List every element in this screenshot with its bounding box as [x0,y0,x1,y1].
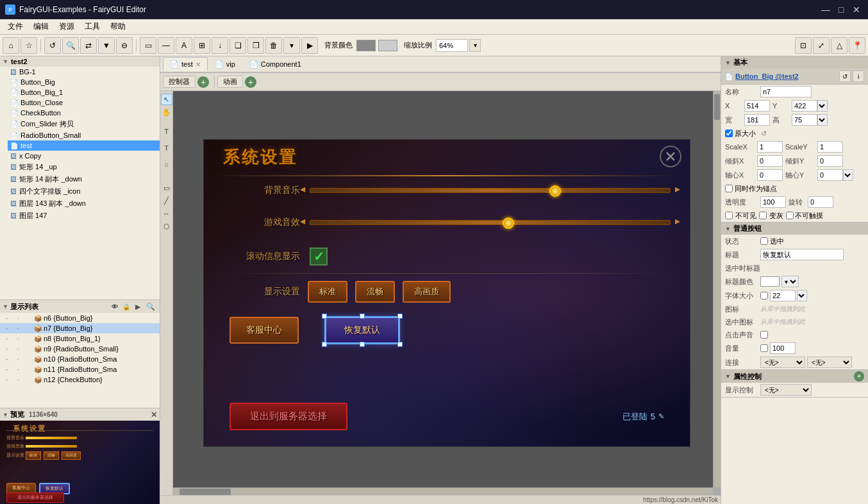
title-color-box[interactable] [760,276,780,287]
layer-n12[interactable]: · · 📦 n12 {CheckButton} [0,374,160,385]
tab-test[interactable]: 📄 test ✕ [163,57,208,71]
menu-help[interactable]: 帮助 [105,20,131,33]
toolbar-filter-btn[interactable]: ▼ [98,37,115,54]
pivot-unit-select[interactable]: ▾ [843,169,853,181]
toolbar-grid-btn[interactable]: ⊞ [194,37,210,54]
close-button[interactable]: ✕ [850,3,863,16]
height-input[interactable] [792,114,817,126]
quality-high-btn[interactable]: 高画质 [403,281,451,303]
toolbar-home-btn[interactable]: ⌂ [3,37,19,54]
select-tool[interactable]: ↖ [161,94,172,105]
tree-item-com-slider[interactable]: 📄 Com_Slider 拷贝 [8,118,160,130]
restore-default-btn[interactable]: 恢复默认 [324,316,400,344]
menu-file[interactable]: 文件 [3,20,28,33]
menu-tools[interactable]: 工具 [79,20,105,33]
dl-eye-btn[interactable]: 👁 [110,301,120,312]
skewy-input[interactable] [817,155,843,167]
y-input[interactable] [792,100,817,112]
sound-checkbox[interactable] [760,331,768,339]
xy-unit-select[interactable]: ▾ [817,100,828,112]
tree-item-xcopy[interactable]: 🖼 x Copy [8,151,160,161]
minimize-button[interactable]: — [819,3,832,16]
text2-tool[interactable]: T [161,142,172,154]
button-title-input[interactable] [760,249,844,260]
quality-smooth-btn[interactable]: 流畅 [355,281,395,303]
pivotx-input[interactable] [757,169,783,181]
display-control-dropdown[interactable]: <无> [760,384,812,396]
tree-item-layer143[interactable]: 🖼 图层 143 副本 _down [8,197,160,210]
bg-music-slider[interactable]: ◂ ▸ [310,188,671,193]
zoom-input[interactable] [436,39,468,52]
tree-item-test[interactable]: 📄 test [8,140,160,151]
title-color-dropdown[interactable]: ▾ [781,276,799,287]
text-tool[interactable]: T [161,126,172,137]
add-animation-button[interactable]: + [245,76,256,88]
toolbar-screen-btn[interactable]: ⊡ [795,37,812,54]
tree-item-bg1[interactable]: 🖼 BG-1 [8,67,160,77]
scroll-checkbox[interactable]: ✓ [310,248,328,265]
toolbar-dropdown-btn[interactable]: ▾ [283,37,300,54]
tree-item-4text[interactable]: 🖼 四个文字排版 _icon [8,185,160,197]
font-size-checkbox[interactable] [760,292,768,299]
font-size-input[interactable] [770,290,796,301]
canvas-area[interactable]: 系统设置 背景音乐 [173,91,721,495]
layer-n9[interactable]: · · 📦 n9 {RadioButton_Small} [0,344,160,354]
quality-standard-btn[interactable]: 标准 [308,281,347,303]
tab-component1[interactable]: 📄 Component1 [242,57,308,71]
tree-item-button-big1[interactable]: 📄 Button_Big_1 [8,87,160,97]
toolbar-line-btn[interactable]: — [158,37,174,54]
dl-search-btn[interactable]: 🔍 [144,301,157,312]
zoom-dropdown-btn[interactable]: ▾ [469,39,481,52]
canvas-vscrollbar[interactable] [713,91,721,487]
line-tool[interactable]: ╱ [161,195,172,206]
volume-input[interactable] [770,342,796,354]
arrow-tool[interactable]: ↔ [161,208,172,219]
component-ref[interactable]: Button_Big @test2 [735,72,799,80]
state-checkbox[interactable] [760,237,768,245]
toolbar-search-btn[interactable]: 🔍 [62,37,79,54]
tree-item-rect14down[interactable]: 🖼 矩形 14 副本 _down [8,173,160,185]
tab-close-btn[interactable]: ✕ [196,61,201,68]
width-input[interactable] [744,114,770,126]
layer-n11[interactable]: · · 📦 n11 {RadioButton_Sma [0,364,160,374]
controller-button[interactable]: 控制器 [163,76,196,88]
toolbar-trash-btn[interactable]: 🗑 [265,37,282,54]
toolbar-undo-btn[interactable]: ↺ [44,37,61,54]
tree-item-checkbutton[interactable]: 📄 CheckButton [8,108,160,118]
gray-checkbox[interactable] [759,212,767,219]
layer-n10[interactable]: · · 📦 n10 {RadioButton_Sma [0,354,160,364]
attr-section-header[interactable]: ▼ 属性控制 + [721,370,868,383]
game-close-button[interactable] [659,145,682,170]
menu-edit[interactable]: 编辑 [28,20,54,33]
scaley-input[interactable] [817,141,843,153]
skewx-input[interactable] [757,155,783,167]
toolbar-transform-btn[interactable]: ⤢ [813,37,830,54]
toolbar-rect-btn[interactable]: ▭ [140,37,156,54]
anchor-checkbox[interactable] [725,185,733,192]
edit-server-btn[interactable]: ✎ [658,412,664,421]
toolbar-text-btn[interactable]: A [176,37,192,54]
tree-item-button-close[interactable]: 📄 Button_Close [8,97,160,108]
rotation-input[interactable] [808,196,833,208]
canvas-hscrollbar[interactable] [173,487,713,495]
dl-lock-btn[interactable]: 🔒 [121,301,131,312]
scalex-input[interactable] [757,141,783,153]
animation-button[interactable]: 动画 [217,76,243,88]
connect-dropdown1[interactable]: <无> [760,357,805,368]
wh-unit-select[interactable]: ▾ [817,114,828,126]
tab-vip[interactable]: 📄 vip [208,57,242,71]
notouch-checkbox[interactable] [786,212,794,219]
x-input[interactable] [744,100,770,112]
tree-item-button-big[interactable]: 📄 Button_Big [8,77,160,87]
name-input[interactable] [760,86,812,97]
hand-tool[interactable]: ✋ [161,106,172,118]
tree-item-layer147[interactable]: 🖼 图层 147 [8,210,160,222]
customer-service-btn[interactable]: 客服中心 [230,317,299,344]
toolbar-minus-btn[interactable]: ⊖ [116,37,133,54]
basic-section-header[interactable]: ▼ 基本 [721,56,868,69]
polygon-tool[interactable]: ⬡ [161,221,172,232]
tree-item-rect14up[interactable]: 🖼 矩形 14 _up [8,161,160,173]
refresh-ref-btn[interactable]: ↺ [839,71,851,82]
toolbar-pin-btn[interactable]: 📍 [849,37,865,54]
toolbar-star-btn[interactable]: ☆ [21,37,37,54]
